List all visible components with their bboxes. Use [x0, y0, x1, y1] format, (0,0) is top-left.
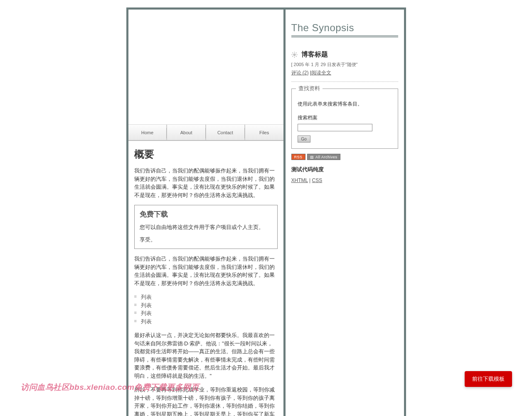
post-meta: [ 2005 年 1 月 29 日发表于"随便" [291, 62, 398, 68]
css-link[interactable]: CSS [312, 177, 323, 183]
nav-about[interactable]: About [167, 125, 206, 140]
post-links: 评论 (2) |阅读全文 [291, 69, 398, 76]
download-box: 免费下载 您可以自由地将这些文件用于客户项目或个人主页。 享受。 [134, 205, 278, 249]
list-item: 列表 [134, 309, 278, 318]
nav-files[interactable]: Files [245, 125, 283, 140]
bullet-list: 列表 列表 列表 列表 [134, 293, 278, 325]
rss-badge[interactable]: RSS [291, 154, 305, 160]
search-input[interactable] [298, 124, 372, 131]
blog-title-row: 博客标题 [291, 50, 398, 59]
site-title: The Synopsis [291, 22, 398, 34]
download-line-2: 享受。 [140, 236, 272, 244]
header-image-area [128, 10, 283, 124]
search-description: 使用此表单来搜索博客条目。 [298, 101, 392, 108]
comments-link[interactable]: 评论 (2) [291, 70, 309, 76]
title-underline [291, 35, 398, 38]
paragraph-4: 所以，不要再等到你完成学业，等到你重返校园，等到你减掉十磅，等到你增重十磅，等到… [134, 386, 278, 416]
validate-links: XHTML | CSS [291, 177, 398, 183]
list-item: 列表 [134, 318, 278, 326]
nav-contact[interactable]: Contact [206, 125, 245, 140]
svg-point-0 [294, 54, 296, 56]
archives-badge[interactable]: All Archives [307, 154, 340, 160]
blog-title: 博客标题 [301, 50, 328, 59]
list-item: 列表 [134, 293, 278, 301]
sidebar: The Synopsis 博客标题 [ 2005 年 1 月 29 日发表于"随… [286, 10, 404, 416]
left-column: Home About Contact Files 概要 我们告诉自己，当我们的配… [128, 10, 286, 416]
main-nav: Home About Contact Files [128, 124, 283, 141]
nav-home[interactable]: Home [128, 125, 167, 140]
search-label: 搜索档案 [298, 114, 392, 121]
download-line-1: 您可以自由地将这些文件用于客户项目或个人主页。 [140, 223, 272, 231]
intro-paragraph-2: 我们告诉自己，当我们的配偶能够振作起来，当我们拥有一辆更好的汽车，当我们能够去度… [134, 255, 278, 287]
intro-paragraph-1: 我们告诉自己，当我们的配偶能够振作起来，当我们拥有一辆更好的汽车，当我们能够去度… [134, 167, 278, 199]
page-frame: Home About Contact Files 概要 我们告诉自己，当我们的配… [126, 7, 406, 416]
search-go-button[interactable]: Go [298, 135, 310, 143]
download-title: 免费下载 [140, 209, 272, 219]
page-title: 概要 [134, 148, 278, 161]
paragraph-3: 最好承认这一点，并决定无论如何都要快乐。我最喜欢的一句话来自阿尔弗雷德·D·索萨… [134, 331, 278, 380]
list-item: 列表 [134, 301, 278, 310]
gear-icon [291, 52, 298, 58]
main-content: 概要 我们告诉自己，当我们的配偶能够振作起来，当我们拥有一辆更好的汽车，当我们能… [128, 141, 283, 416]
readmore-link[interactable]: 阅读全文 [311, 70, 331, 76]
badges-row: RSS All Archives [291, 154, 398, 160]
separator: | [308, 177, 312, 183]
download-template-button[interactable]: 前往下载模板 [465, 371, 512, 387]
xhtml-link[interactable]: XHTML [291, 177, 308, 183]
code-purity-heading: 测试代码纯度 [291, 166, 398, 173]
search-fieldset: 查找资料 使用此表单来搜索博客条目。 搜索档案 Go [291, 89, 398, 149]
divider [291, 81, 398, 82]
search-legend: 查找资料 [296, 85, 323, 92]
